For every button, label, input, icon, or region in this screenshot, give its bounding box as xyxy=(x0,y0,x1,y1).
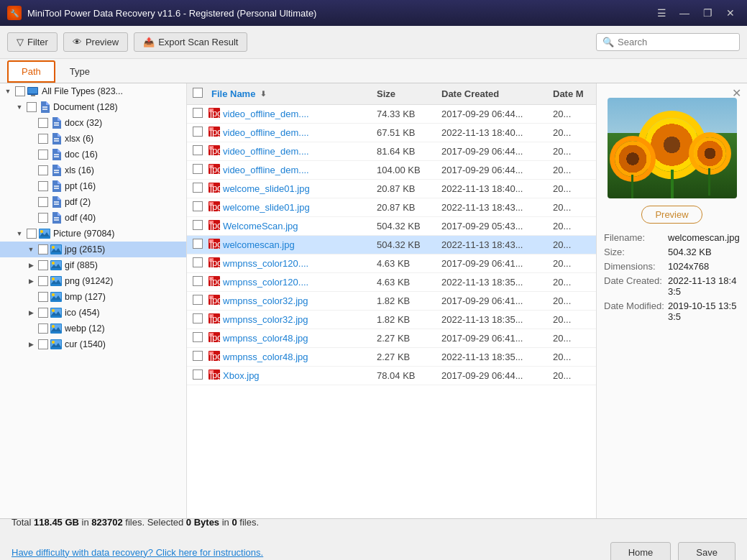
row-checkbox[interactable] xyxy=(187,351,208,363)
file-checkbox[interactable] xyxy=(193,145,203,155)
table-row[interactable]: jpgXbox.jpg78.04 KB2017-09-29 06:44...20… xyxy=(187,367,596,385)
tree-checkbox-document[interactable] xyxy=(27,102,37,112)
row-checkbox[interactable] xyxy=(187,276,208,288)
tree-checkbox-docx[interactable] xyxy=(38,118,48,128)
tree-checkbox-xlsx[interactable] xyxy=(38,134,48,144)
file-checkbox[interactable] xyxy=(193,108,203,118)
search-box[interactable]: 🔍 xyxy=(596,33,740,51)
table-row[interactable]: jpgwmpnss_color120....4.63 KB2017-09-29 … xyxy=(187,254,596,273)
file-checkbox[interactable] xyxy=(193,183,203,193)
tree-item-picture[interactable]: ▼Picture (97084) xyxy=(0,226,186,242)
tree-checkbox-pdf[interactable] xyxy=(38,197,48,207)
header-filename[interactable]: File Name ⬇ xyxy=(208,88,377,99)
tree-item-document[interactable]: ▼Document (128) xyxy=(0,99,186,115)
search-input[interactable] xyxy=(618,37,733,47)
expand-icon[interactable]: ▼ xyxy=(3,86,13,96)
home-button[interactable]: Home xyxy=(610,542,672,561)
file-checkbox[interactable] xyxy=(193,220,203,230)
tree-item-ppt[interactable]: ppt (16) xyxy=(0,178,186,194)
tab-path[interactable]: Path xyxy=(7,60,55,83)
minimize-button[interactable]: — xyxy=(675,5,694,21)
tree-checkbox-jpg[interactable] xyxy=(38,244,48,254)
close-button[interactable]: ✕ xyxy=(721,5,740,21)
expand-icon[interactable]: ▶ xyxy=(26,276,36,286)
file-checkbox[interactable] xyxy=(193,127,203,137)
row-checkbox[interactable] xyxy=(187,108,208,120)
expand-icon[interactable] xyxy=(26,292,36,302)
expand-icon[interactable] xyxy=(26,181,36,191)
tree-item-png[interactable]: ▶png (91242) xyxy=(0,273,186,289)
row-checkbox[interactable] xyxy=(187,127,208,139)
row-checkbox[interactable] xyxy=(187,145,208,157)
tree-checkbox-bmp[interactable] xyxy=(38,292,48,302)
table-row[interactable]: jpgwmpnss_color32.jpg1.82 KB2022-11-13 1… xyxy=(187,311,596,329)
row-checkbox[interactable] xyxy=(187,257,208,270)
tree-item-odf[interactable]: odf (40) xyxy=(0,210,186,226)
file-checkbox[interactable] xyxy=(193,257,203,267)
tree-item-cur[interactable]: ▶cur (1540) xyxy=(0,336,186,352)
table-row[interactable]: jpgwmpnss_color120....4.63 KB2022-11-13 … xyxy=(187,273,596,292)
tree-item-ico[interactable]: ▶ico (454) xyxy=(0,305,186,321)
file-checkbox[interactable] xyxy=(193,332,203,342)
table-row[interactable]: jpgWelcomeScan.jpg504.32 KB2017-09-29 05… xyxy=(187,217,596,236)
expand-icon[interactable]: ▼ xyxy=(14,102,24,112)
tree-item-docx[interactable]: docx (32) xyxy=(0,115,186,131)
expand-icon[interactable]: ▶ xyxy=(26,260,36,270)
tree-item-webp[interactable]: webp (12) xyxy=(0,321,186,336)
filter-button[interactable]: ▽ Filter xyxy=(7,32,58,52)
tree-item-gif[interactable]: ▶gif (885) xyxy=(0,257,186,273)
table-row[interactable]: jpgwmpnss_color48.jpg2.27 KB2022-11-13 1… xyxy=(187,348,596,367)
expand-icon[interactable] xyxy=(26,197,36,207)
tree-checkbox-odf[interactable] xyxy=(38,213,48,223)
expand-icon[interactable]: ▼ xyxy=(14,229,24,239)
table-row[interactable]: jpgwelcome_slide01.jpg20.87 KB2022-11-13… xyxy=(187,180,596,198)
file-checkbox[interactable] xyxy=(193,201,203,211)
preview-button[interactable]: 👁 Preview xyxy=(63,32,128,52)
row-checkbox[interactable] xyxy=(187,183,208,195)
table-row[interactable]: jpgwelcome_slide01.jpg20.87 KB2022-11-13… xyxy=(187,198,596,217)
file-checkbox[interactable] xyxy=(193,276,203,286)
table-row[interactable]: jpgwelcomescan.jpg504.32 KB2022-11-13 18… xyxy=(187,236,596,254)
tree-checkbox-xls[interactable] xyxy=(38,165,48,175)
tab-type[interactable]: Type xyxy=(55,60,104,83)
table-row[interactable]: jpgwmpnss_color32.jpg1.82 KB2017-09-29 0… xyxy=(187,292,596,311)
file-checkbox[interactable] xyxy=(193,369,203,380)
expand-icon[interactable]: ▼ xyxy=(26,244,36,254)
row-checkbox[interactable] xyxy=(187,369,208,382)
table-row[interactable]: jpgwmpnss_color48.jpg2.27 KB2017-09-29 0… xyxy=(187,329,596,348)
tree-item-jpg[interactable]: ▼jpg (2615) xyxy=(0,242,186,257)
tree-checkbox-all[interactable] xyxy=(15,86,25,96)
file-checkbox[interactable] xyxy=(193,164,203,174)
tree-checkbox-doc[interactable] xyxy=(38,150,48,160)
tree-item-pdf[interactable]: pdf (2) xyxy=(0,194,186,210)
row-checkbox[interactable] xyxy=(187,239,208,251)
tree-item-xls[interactable]: xls (16) xyxy=(0,162,186,178)
preview-action-button[interactable]: Preview xyxy=(641,206,702,224)
row-checkbox[interactable] xyxy=(187,295,208,307)
table-row[interactable]: jpgvideo_offline_dem....67.51 KB2022-11-… xyxy=(187,124,596,142)
tree-checkbox-cur[interactable] xyxy=(38,339,48,349)
expand-icon[interactable] xyxy=(26,134,36,144)
tree-checkbox-ico[interactable] xyxy=(38,308,48,318)
expand-icon[interactable] xyxy=(26,118,36,128)
save-button[interactable]: Save xyxy=(678,542,735,561)
expand-icon[interactable] xyxy=(26,165,36,175)
select-all-checkbox[interactable] xyxy=(193,88,203,98)
expand-icon[interactable]: ▶ xyxy=(26,339,36,349)
tree-item-all[interactable]: ▼All File Types (823... xyxy=(0,83,186,99)
tree-checkbox-gif[interactable] xyxy=(38,260,48,270)
tree-checkbox-picture[interactable] xyxy=(27,229,37,239)
maximize-button[interactable]: ❐ xyxy=(698,5,717,21)
tree-checkbox-ppt[interactable] xyxy=(38,181,48,191)
tree-item-xlsx[interactable]: xlsx (6) xyxy=(0,131,186,147)
header-check[interactable] xyxy=(187,88,208,100)
tree-item-doc[interactable]: doc (16) xyxy=(0,147,186,162)
help-link[interactable]: Have difficulty with data recovery? Clic… xyxy=(12,547,263,558)
file-checkbox[interactable] xyxy=(193,239,203,249)
row-checkbox[interactable] xyxy=(187,220,208,232)
tree-checkbox-png[interactable] xyxy=(38,276,48,286)
file-checkbox[interactable] xyxy=(193,295,203,305)
file-checkbox[interactable] xyxy=(193,313,203,323)
menu-button[interactable]: ☰ xyxy=(652,5,671,21)
expand-icon[interactable] xyxy=(26,150,36,160)
